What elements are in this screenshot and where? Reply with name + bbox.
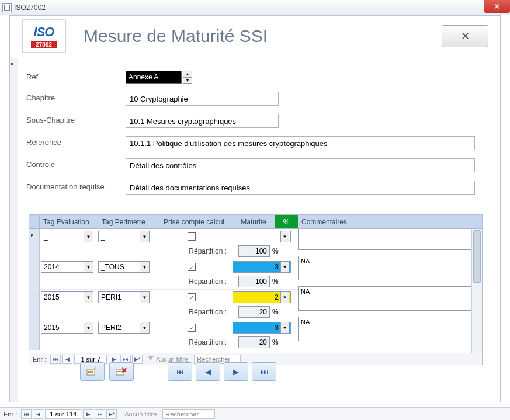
repartition-input[interactable]: 20 bbox=[238, 336, 270, 348]
reference-input[interactable] bbox=[126, 136, 475, 150]
tag-evaluation-combo[interactable]: 2014▼ bbox=[41, 261, 93, 273]
subform-header: Tag Evaluation Tag Perimetre Prise compt… bbox=[29, 215, 482, 229]
logo-text: ISO bbox=[34, 25, 54, 40]
subform-body: _▼_▼▼Répartition :100%2014▼_TOUS▼✓3▼NARé… bbox=[29, 229, 471, 353]
repartition-input[interactable]: 100 bbox=[238, 245, 270, 257]
svg-rect-2 bbox=[88, 372, 93, 373]
row-selector[interactable] bbox=[29, 259, 40, 289]
form-icon bbox=[2, 3, 12, 12]
row-selector[interactable] bbox=[29, 229, 40, 259]
chevron-down-icon: ▼ bbox=[280, 292, 289, 303]
maturite-combo[interactable]: 3▼ bbox=[233, 261, 291, 273]
recnav-first-button[interactable]: ⏮ bbox=[50, 355, 61, 364]
ref-input[interactable] bbox=[126, 71, 182, 84]
row-selector[interactable] bbox=[29, 320, 40, 350]
chapitre-input[interactable] bbox=[126, 92, 279, 106]
repartition-input[interactable]: 100 bbox=[238, 276, 270, 287]
chevron-down-icon: ▼ bbox=[280, 231, 289, 242]
col-commentaires: Commentaires bbox=[298, 218, 471, 226]
new-record-button[interactable] bbox=[80, 362, 105, 381]
record-nav-buttons: ⏮ ◀ ▶ ⏭ bbox=[80, 362, 276, 381]
col-prise-compte: Prise compte calcul bbox=[155, 218, 233, 226]
repartition-label: Répartition : bbox=[168, 277, 227, 286]
sous-chapitre-input[interactable] bbox=[126, 114, 279, 128]
documentation-input[interactable] bbox=[126, 181, 475, 195]
table-row: 2014▼_TOUS▼✓3▼NARépartition :100% bbox=[29, 259, 471, 290]
ref-spin-down[interactable]: ▼ bbox=[183, 77, 192, 84]
next-record-button[interactable]: ▶ bbox=[224, 362, 248, 381]
outer-recnav-label: Enr : bbox=[0, 411, 20, 418]
chevron-down-icon: ▼ bbox=[280, 262, 289, 272]
prise-compte-checkbox[interactable] bbox=[188, 232, 196, 241]
iso-logo: ISO 27002 bbox=[22, 19, 66, 53]
percent-sign: % bbox=[272, 277, 279, 286]
outer-first-button[interactable]: ⏮ bbox=[21, 409, 32, 419]
close-form-button[interactable]: ✕ bbox=[442, 25, 488, 47]
prise-compte-checkbox[interactable]: ✓ bbox=[188, 293, 196, 301]
percent-sign: % bbox=[272, 338, 279, 346]
svg-rect-1 bbox=[88, 371, 93, 372]
chevron-down-icon: ▼ bbox=[140, 262, 149, 272]
row-selector[interactable] bbox=[29, 290, 40, 320]
ref-spin-up[interactable]: ▲ bbox=[183, 71, 192, 77]
controle-label: Controle bbox=[26, 158, 126, 169]
svg-rect-3 bbox=[116, 370, 124, 375]
tag-evaluation-combo[interactable]: 2015▼ bbox=[41, 322, 93, 334]
tag-perimetre-combo[interactable]: _▼ bbox=[98, 231, 150, 242]
chevron-down-icon: ▼ bbox=[84, 262, 93, 272]
last-record-button[interactable]: ⏭ bbox=[252, 362, 276, 381]
subform: Tag Evaluation Tag Perimetre Prise compt… bbox=[29, 214, 483, 365]
col-percent: % bbox=[275, 215, 298, 228]
outer-recnav: Enr : ⏮ ◀ 1 sur 114 ▶ ⏭ ▶* Aucun filtre … bbox=[0, 407, 510, 420]
col-tag-evaluation: Tag Evaluation bbox=[40, 218, 98, 226]
tag-perimetre-combo[interactable]: PERI1▼ bbox=[98, 291, 150, 303]
recnav-label: Enr : bbox=[29, 356, 50, 363]
recnav-prev-button[interactable]: ◀ bbox=[62, 355, 72, 364]
funnel-icon bbox=[148, 356, 154, 362]
delete-record-icon bbox=[116, 367, 127, 376]
prise-compte-checkbox[interactable]: ✓ bbox=[188, 324, 196, 332]
form-header: ISO 27002 Mesure de Maturité SSI ✕ bbox=[10, 16, 500, 57]
delete-record-button[interactable] bbox=[109, 362, 134, 381]
chevron-down-icon: ▼ bbox=[140, 231, 149, 242]
maturite-combo[interactable]: 3▼ bbox=[233, 322, 291, 334]
tag-evaluation-combo[interactable]: _▼ bbox=[41, 231, 93, 242]
outer-filter[interactable]: Aucun filtre bbox=[122, 411, 157, 418]
repartition-input[interactable]: 20 bbox=[238, 306, 270, 318]
percent-sign: % bbox=[272, 308, 279, 316]
chevron-down-icon: ▼ bbox=[84, 231, 93, 242]
col-maturite: Maturite bbox=[233, 218, 275, 226]
tag-evaluation-combo[interactable]: 2015▼ bbox=[41, 291, 93, 303]
outer-new-button[interactable]: ▶* bbox=[106, 409, 117, 419]
outer-next-button[interactable]: ▶ bbox=[83, 409, 93, 419]
outer-prev-button[interactable]: ◀ bbox=[33, 409, 43, 419]
outer-last-button[interactable]: ⏭ bbox=[95, 409, 105, 419]
prev-icon: ◀ bbox=[205, 367, 211, 376]
prise-compte-checkbox[interactable]: ✓ bbox=[188, 263, 196, 271]
recnav-filter[interactable]: Aucun filtre bbox=[148, 356, 188, 363]
new-record-icon bbox=[86, 367, 98, 376]
outer-search[interactable]: Rechercher bbox=[162, 409, 215, 419]
maturite-combo[interactable]: 2▼ bbox=[233, 291, 291, 303]
controle-input[interactable] bbox=[126, 158, 475, 172]
maturite-combo[interactable]: ▼ bbox=[233, 231, 291, 242]
col-tag-perimetre: Tag Perimetre bbox=[98, 218, 155, 226]
tag-perimetre-combo[interactable]: _TOUS▼ bbox=[98, 261, 150, 273]
window-close-button[interactable]: ✕ bbox=[484, 0, 510, 13]
prev-record-button[interactable]: ◀ bbox=[196, 362, 220, 381]
next-icon: ▶ bbox=[233, 367, 239, 376]
reference-label: Reference bbox=[26, 136, 126, 147]
form-content: ISO 27002 Mesure de Maturité SSI ✕ ▸ Ref… bbox=[9, 15, 501, 402]
subform-scrollbar[interactable] bbox=[471, 229, 482, 353]
chapitre-label: Chapitre bbox=[26, 92, 126, 102]
table-row: _▼_▼▼Répartition :100% bbox=[29, 229, 471, 259]
svg-rect-4 bbox=[117, 371, 123, 372]
tag-perimetre-combo[interactable]: PERI2▼ bbox=[98, 322, 150, 334]
record-selector[interactable]: ▸ bbox=[10, 58, 18, 402]
repartition-label: Répartition : bbox=[168, 338, 227, 346]
first-record-button[interactable]: ⏮ bbox=[168, 362, 192, 381]
outer-position[interactable]: 1 sur 114 bbox=[45, 409, 81, 419]
window-title: ISO27002 bbox=[14, 4, 46, 12]
logo-number: 27002 bbox=[31, 41, 57, 48]
chevron-down-icon: ▼ bbox=[140, 292, 149, 303]
